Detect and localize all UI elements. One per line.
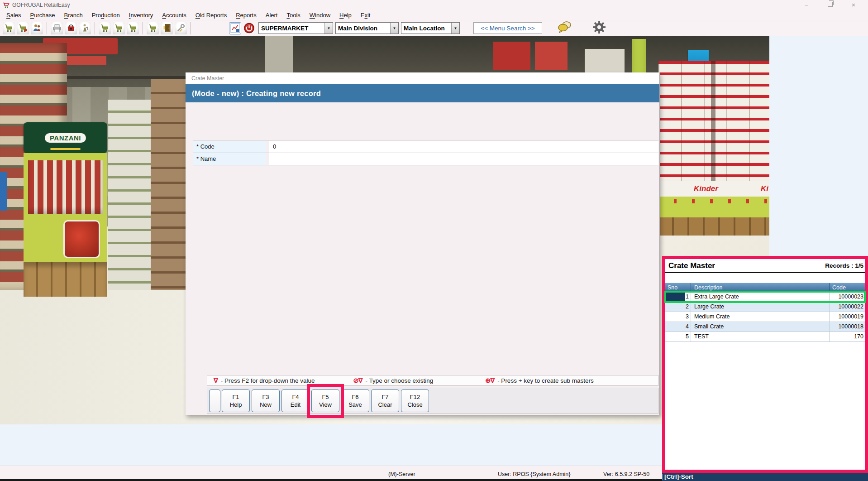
- menu-inventory[interactable]: Inventory: [124, 12, 158, 19]
- reports-chart-icon[interactable]: [229, 22, 241, 34]
- photo-signage: [585, 49, 625, 72]
- sort-hint: [Ctrl]-Sort: [664, 473, 693, 480]
- kinder-display: Kinder Ki: [658, 43, 769, 251]
- menu-alert[interactable]: Alert: [261, 12, 282, 19]
- mode-header: (Mode - new) : Creating new record: [186, 84, 659, 102]
- form-row: * Code 0: [193, 140, 658, 153]
- store-selector[interactable]: SUPERMARKET ▼: [258, 22, 333, 34]
- name-input[interactable]: [269, 153, 658, 165]
- power-icon[interactable]: [243, 22, 255, 34]
- location-selector-value: Main Location: [401, 23, 451, 34]
- division-selector-value: Main Division: [336, 23, 390, 34]
- panzani-products: [28, 160, 103, 214]
- hint-text: - Press F2 for drop-down the value: [221, 377, 315, 384]
- f7-clear-button[interactable]: F7Clear: [371, 390, 399, 412]
- sort-hint-bar: [Ctrl]-Sort: [661, 473, 868, 481]
- user-status: User: RPOS {System Admin}: [498, 471, 570, 477]
- table-row[interactable]: 3 Medium Crate 10000019: [665, 312, 865, 322]
- menu-sales[interactable]: Sales: [2, 12, 26, 19]
- kinder-logo-text: Kinder: [694, 184, 718, 193]
- location-selector[interactable]: Main Location ▼: [401, 22, 460, 34]
- menu-production[interactable]: Production: [87, 12, 124, 19]
- table-row[interactable]: 4 Small Crate 10000018: [665, 322, 865, 332]
- f5-view-button[interactable]: F5View: [311, 390, 339, 412]
- column-code[interactable]: Code: [829, 283, 865, 292]
- menu-purchase[interactable]: Purchase: [26, 12, 60, 19]
- toolbar: SUPERMARKET ▼ Main Division ▼ Main Locat…: [0, 20, 868, 36]
- chevron-down-icon[interactable]: ▼: [451, 23, 459, 34]
- menu-accounts[interactable]: Accounts: [157, 12, 191, 19]
- hint-choose-existing: ⊘∇ - Type or choose existing: [353, 377, 434, 384]
- menu-help[interactable]: Help: [335, 12, 356, 19]
- toolbar-separator: [143, 22, 143, 34]
- service-tools-icon[interactable]: [175, 22, 187, 34]
- photo-aisle-shelf: [108, 100, 151, 290]
- code-input[interactable]: 0: [269, 141, 658, 153]
- order-cart-icon[interactable]: [127, 22, 139, 34]
- chevron-down-icon[interactable]: ▼: [390, 23, 398, 34]
- column-description[interactable]: Description: [691, 283, 829, 292]
- print-icon[interactable]: [51, 22, 63, 34]
- hint-dropdown: ∇ - Press F2 for drop-down the value: [214, 377, 315, 384]
- blank-button[interactable]: [209, 390, 220, 412]
- restore-button[interactable]: [818, 0, 842, 10]
- chat-icon[interactable]: [557, 20, 573, 36]
- menu-old-reports[interactable]: Old Reports: [191, 12, 231, 19]
- choose-existing-icon: ⊘∇: [353, 377, 362, 384]
- kinder-logo-text-partial: Ki: [761, 184, 768, 193]
- f6-save-button[interactable]: F6Save: [341, 390, 369, 412]
- table-row[interactable]: 5 TEST 170: [665, 332, 865, 342]
- purchase-basket-icon[interactable]: [65, 22, 77, 34]
- panzani-logo-text: PANZANI: [45, 133, 86, 143]
- minimize-button[interactable]: –: [795, 0, 818, 10]
- division-selector[interactable]: Main Division ▼: [335, 22, 399, 34]
- hint-text: - Press + key to create sub masters: [497, 377, 594, 384]
- panel-spacer: [665, 273, 865, 283]
- settings-gear-icon[interactable]: [592, 20, 606, 36]
- app-logo-cart-icon: [3, 2, 10, 9]
- menu-search-box[interactable]: << Menu Search >>: [473, 22, 542, 34]
- f3-new-button[interactable]: F3New: [252, 390, 280, 412]
- menu-tools[interactable]: Tools: [282, 12, 305, 19]
- code-label: * Code: [193, 141, 269, 153]
- f12-close-button[interactable]: F12Close: [401, 390, 429, 412]
- menu-window[interactable]: Window: [305, 12, 335, 19]
- dropdown-triangle-icon: ∇: [214, 377, 218, 384]
- taskbar-strip: [0, 479, 662, 481]
- menu-reports[interactable]: Reports: [231, 12, 261, 19]
- kinder-pallet: [658, 217, 769, 236]
- version-status: Ver: 6.5.9.2 SP-50: [603, 471, 649, 477]
- f1-help-button[interactable]: F1Help: [222, 390, 250, 412]
- column-sno[interactable]: Sno: [665, 283, 691, 292]
- records-panel: Crate Master Records : 1/5 Sno Descripti…: [662, 256, 868, 473]
- panzani-pallet: [24, 262, 107, 297]
- kinder-brand-band: Kinder Ki: [658, 181, 769, 197]
- table-row[interactable]: 1 Extra Large Crate 10000023: [665, 292, 865, 302]
- menu-exit[interactable]: Exit: [356, 12, 375, 19]
- photo-signage: [493, 42, 530, 70]
- transfer-cart-icon[interactable]: [113, 22, 125, 34]
- f4-edit-button[interactable]: F4Edit: [281, 390, 310, 412]
- close-button[interactable]: ×: [842, 0, 865, 10]
- form-row: * Name: [193, 153, 658, 165]
- kinder-display-base: [658, 197, 769, 217]
- hint-bar: ∇ - Press F2 for drop-down the value ⊘∇ …: [207, 375, 658, 386]
- toolbar-separator: [47, 22, 47, 34]
- customers-icon[interactable]: [31, 22, 43, 34]
- panzani-display: PANZANI: [24, 122, 107, 297]
- stock-room-icon[interactable]: [161, 22, 173, 34]
- goods-receipt-icon[interactable]: [79, 22, 91, 34]
- menu-branch[interactable]: Branch: [59, 12, 87, 19]
- stock-cart-icon[interactable]: [99, 22, 111, 34]
- hint-sub-masters: ⊕∇ - Press + key to create sub masters: [485, 377, 594, 384]
- toolbar-separator: [191, 22, 191, 34]
- photo-aisle-shelf: [151, 79, 187, 290]
- crate-master-dialog: Crate Master (Mode - new) : Creating new…: [186, 72, 660, 415]
- sales-cart-icon[interactable]: [3, 22, 15, 34]
- chevron-down-icon[interactable]: ▼: [324, 23, 333, 34]
- table-header: Sno Description Code: [665, 283, 865, 292]
- sales-return-icon[interactable]: [17, 22, 29, 34]
- inventory-cart-icon[interactable]: [147, 22, 159, 34]
- sub-master-icon: ⊕∇: [485, 377, 494, 384]
- table-row[interactable]: 2 Large Crate 10000022: [665, 302, 865, 312]
